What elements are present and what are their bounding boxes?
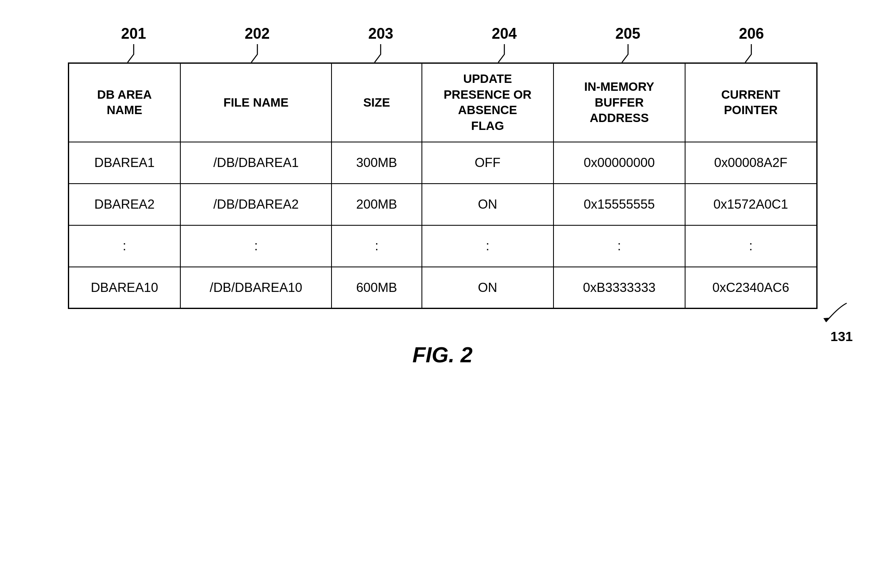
- ref-item-201: 201: [72, 25, 196, 62]
- cell-dbarea10-file: /DB/DBAREA10: [180, 267, 332, 309]
- header-in-memory-buffer: IN-MEMORYBUFFERADDRESS: [553, 63, 685, 142]
- ref-item-205: 205: [566, 25, 690, 62]
- cell-dbarea2-file: /DB/DBAREA2: [180, 184, 332, 225]
- cell-dbarea1-size: 300MB: [332, 142, 422, 184]
- cell-dbarea1-name: DBAREA1: [68, 142, 180, 184]
- table-row: : : : : : :: [68, 225, 817, 267]
- cell-dbarea1-flag: OFF: [422, 142, 553, 184]
- corner-annotation: 131: [818, 299, 855, 330]
- header-current-pointer: CURRENTPOINTER: [685, 63, 817, 142]
- ref-205: 205: [615, 25, 640, 42]
- cell-ellipsis-flag: :: [422, 225, 553, 267]
- cell-dbarea10-pointer: 0xC2340AC6: [685, 267, 817, 309]
- cell-dbarea1-file: /DB/DBAREA1: [180, 142, 332, 184]
- table-wrapper: DB AREANAME FILE NAME SIZE UPDATEPRESENC…: [68, 62, 818, 309]
- ref-206: 206: [739, 25, 764, 42]
- cell-ellipsis-size: :: [332, 225, 422, 267]
- cell-dbarea10-size: 600MB: [332, 267, 422, 309]
- header-size: SIZE: [332, 63, 422, 142]
- main-table: DB AREANAME FILE NAME SIZE UPDATEPRESENC…: [68, 62, 818, 309]
- cell-ellipsis-name: :: [68, 225, 180, 267]
- cell-ellipsis-pointer: :: [685, 225, 817, 267]
- ref-item-206: 206: [690, 25, 813, 62]
- header-update-flag: UPDATEPRESENCE ORABSENCEFLAG: [422, 63, 553, 142]
- header-db-area-name: DB AREANAME: [68, 63, 180, 142]
- ref-204: 204: [492, 25, 517, 42]
- cell-ellipsis-buffer: :: [553, 225, 685, 267]
- cell-dbarea10-buffer: 0xB3333333: [553, 267, 685, 309]
- cell-dbarea2-pointer: 0x1572A0C1: [685, 184, 817, 225]
- reference-numbers-row: 201 202 203 204 205: [68, 25, 818, 62]
- ref-202: 202: [244, 25, 269, 42]
- table-header-row: DB AREANAME FILE NAME SIZE UPDATEPRESENC…: [68, 63, 817, 142]
- cell-dbarea2-flag: ON: [422, 184, 553, 225]
- cell-dbarea10-flag: ON: [422, 267, 553, 309]
- ref-item-202: 202: [195, 25, 319, 62]
- cell-dbarea2-buffer: 0x15555555: [553, 184, 685, 225]
- corner-ref-label: 131: [830, 329, 853, 344]
- table-row: DBAREA2 /DB/DBAREA2 200MB ON 0x15555555 …: [68, 184, 817, 225]
- ref-203: 203: [368, 25, 393, 42]
- cell-dbarea1-buffer: 0x00000000: [553, 142, 685, 184]
- ref-item-204: 204: [443, 25, 566, 62]
- figure-caption: FIG. 2: [68, 342, 818, 367]
- cell-ellipsis-file: :: [180, 225, 332, 267]
- diagram-container: 201 202 203 204 205: [68, 25, 818, 367]
- cell-dbarea1-pointer: 0x00008A2F: [685, 142, 817, 184]
- table-row: DBAREA1 /DB/DBAREA1 300MB OFF 0x00000000…: [68, 142, 817, 184]
- table-row: DBAREA10 /DB/DBAREA10 600MB ON 0xB333333…: [68, 267, 817, 309]
- cell-dbarea2-size: 200MB: [332, 184, 422, 225]
- ref-201: 201: [121, 25, 146, 42]
- cell-dbarea10-name: DBAREA10: [68, 267, 180, 309]
- ref-item-203: 203: [319, 25, 443, 62]
- cell-dbarea2-name: DBAREA2: [68, 184, 180, 225]
- header-file-name: FILE NAME: [180, 63, 332, 142]
